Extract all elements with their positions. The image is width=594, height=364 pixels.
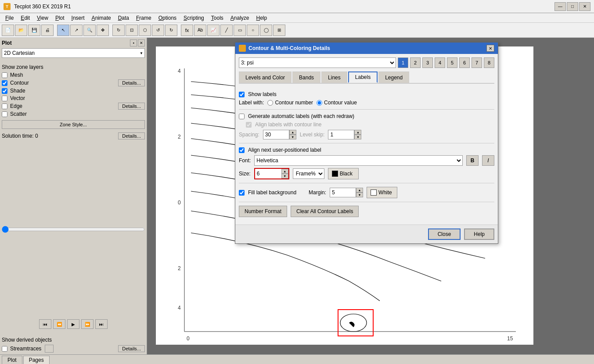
play-last-btn[interactable]: ⏭ bbox=[95, 319, 108, 329]
align-next-checkbox[interactable] bbox=[239, 147, 245, 153]
zone-style-btn[interactable]: Zone Style... bbox=[2, 120, 145, 129]
print-btn[interactable]: 🖨 bbox=[41, 25, 54, 36]
menu-scripting[interactable]: Scripting bbox=[180, 14, 208, 22]
mesh-checkbox[interactable] bbox=[2, 72, 7, 78]
tab-labels[interactable]: Labels bbox=[348, 71, 378, 83]
bold-btn[interactable]: B bbox=[466, 155, 479, 166]
menu-animate[interactable]: Animate bbox=[88, 14, 115, 22]
iso-btn[interactable]: ⬡ bbox=[139, 25, 151, 36]
new-btn[interactable]: 📄 bbox=[2, 25, 14, 36]
menu-insert[interactable]: Insert bbox=[68, 14, 88, 22]
clear-labels-btn[interactable]: Clear All Contour Labels bbox=[291, 206, 359, 217]
italic-btn[interactable]: I bbox=[482, 155, 494, 166]
tab-bands[interactable]: Bands bbox=[292, 71, 320, 83]
menu-data[interactable]: Data bbox=[115, 14, 133, 22]
contour-num-4-btn[interactable]: 4 bbox=[435, 57, 445, 68]
edge-checkbox[interactable] bbox=[2, 103, 7, 109]
chart-btn[interactable]: 📈 bbox=[207, 25, 220, 36]
redo-btn[interactable]: ↻ bbox=[165, 25, 177, 36]
line-btn[interactable]: ╱ bbox=[220, 25, 233, 36]
solution-slider[interactable] bbox=[2, 143, 145, 316]
circle-btn[interactable]: ◯ bbox=[260, 25, 272, 36]
panel-close-btn[interactable]: ✕ bbox=[138, 39, 145, 46]
play-next-btn[interactable]: ⏩ bbox=[81, 319, 94, 329]
menu-options[interactable]: Options bbox=[155, 14, 180, 22]
size-input[interactable] bbox=[255, 169, 281, 178]
panel-restore-btn[interactable]: ▪ bbox=[130, 39, 137, 46]
menu-frame[interactable]: Frame bbox=[133, 14, 155, 22]
vector-checkbox[interactable] bbox=[2, 96, 7, 101]
save-btn[interactable]: 💾 bbox=[28, 25, 40, 36]
play-prev-btn[interactable]: ⏪ bbox=[53, 319, 65, 329]
play-first-btn[interactable]: ⏮ bbox=[39, 319, 51, 329]
contour-num-1-btn[interactable]: 1 bbox=[398, 57, 408, 68]
solution-details-btn[interactable]: Details... bbox=[118, 132, 145, 139]
edge-details-btn[interactable]: Details... bbox=[118, 103, 145, 110]
font-select[interactable]: Helvetica Times Courier bbox=[254, 155, 463, 166]
margin-input[interactable] bbox=[330, 188, 356, 197]
level-skip-down-btn[interactable]: ▼ bbox=[354, 135, 361, 139]
margin-down-btn[interactable]: ▼ bbox=[356, 193, 363, 197]
unit-select[interactable]: Frame% Point Grid bbox=[293, 168, 324, 179]
dialog-close-btn[interactable]: ✕ bbox=[486, 45, 494, 52]
rect-btn[interactable]: ▭ bbox=[234, 25, 246, 36]
contour-details-btn[interactable]: Details... bbox=[118, 79, 145, 86]
tab-plot[interactable]: Plot bbox=[2, 356, 22, 364]
tab-lines[interactable]: Lines bbox=[321, 71, 347, 83]
align-labels-checkbox[interactable] bbox=[246, 122, 252, 128]
pan-btn[interactable]: ✥ bbox=[97, 25, 109, 36]
maximize-button[interactable]: □ bbox=[567, 2, 578, 11]
contour-num-7-btn[interactable]: 7 bbox=[472, 57, 482, 68]
fit-btn[interactable]: ⊡ bbox=[126, 25, 138, 36]
close-dialog-btn[interactable]: Close bbox=[428, 228, 461, 240]
spacing-down-btn[interactable]: ▼ bbox=[289, 135, 296, 139]
streamtraces-details-btn[interactable]: Details... bbox=[118, 345, 145, 352]
shade-checkbox[interactable] bbox=[2, 88, 7, 94]
contour-checkbox[interactable] bbox=[2, 80, 7, 86]
contour-variable-select[interactable]: 3: psi bbox=[239, 57, 396, 68]
contour-num-3-btn[interactable]: 3 bbox=[422, 57, 433, 68]
margin-up-btn[interactable]: ▲ bbox=[356, 188, 363, 193]
auto-labels-checkbox[interactable] bbox=[239, 114, 245, 119]
contour-number-radio[interactable] bbox=[267, 100, 273, 106]
tab-levels[interactable]: Levels and Color bbox=[239, 71, 292, 83]
help-dialog-btn[interactable]: Help bbox=[464, 228, 494, 240]
menu-plot[interactable]: Plot bbox=[52, 14, 68, 22]
menu-file[interactable]: File bbox=[2, 14, 17, 22]
contour-num-5-btn[interactable]: 5 bbox=[447, 57, 457, 68]
play-play-btn[interactable]: ▶ bbox=[67, 319, 79, 329]
size-up-btn[interactable]: ▲ bbox=[281, 169, 288, 174]
spacing-input[interactable] bbox=[263, 130, 289, 139]
scatter-checkbox[interactable] bbox=[2, 111, 7, 117]
tab-pages[interactable]: Pages bbox=[23, 356, 50, 364]
fill-bg-checkbox[interactable] bbox=[239, 190, 245, 196]
undo-btn[interactable]: ↺ bbox=[152, 25, 164, 36]
bg-color-btn[interactable]: White bbox=[367, 187, 397, 198]
menu-help[interactable]: Help bbox=[253, 14, 271, 22]
minimize-button[interactable]: — bbox=[554, 2, 566, 11]
streamtraces-checkbox[interactable] bbox=[2, 346, 7, 352]
menu-tools[interactable]: Tools bbox=[208, 14, 227, 22]
show-labels-checkbox[interactable] bbox=[239, 92, 245, 97]
number-format-btn[interactable]: Number Format bbox=[239, 206, 287, 217]
level-skip-up-btn[interactable]: ▲ bbox=[354, 130, 361, 135]
contour-num-6-btn[interactable]: 6 bbox=[459, 57, 470, 68]
level-skip-input[interactable] bbox=[328, 130, 354, 139]
menu-view[interactable]: View bbox=[33, 14, 52, 22]
contour-num-2-btn[interactable]: 2 bbox=[410, 57, 421, 68]
tab-legend[interactable]: Legend bbox=[378, 71, 409, 83]
select-btn[interactable]: ↖ bbox=[57, 25, 69, 36]
ellipse-btn[interactable]: ○ bbox=[247, 25, 259, 36]
spacing-up-btn[interactable]: ▲ bbox=[289, 130, 296, 135]
contour-value-radio[interactable] bbox=[317, 100, 322, 106]
menu-analyze[interactable]: Analyze bbox=[227, 14, 253, 22]
zoom-btn[interactable]: 🔍 bbox=[83, 25, 96, 36]
rotate-btn[interactable]: ↻ bbox=[112, 25, 125, 36]
probe-btn[interactable]: ↗ bbox=[70, 25, 83, 36]
close-button[interactable]: ✕ bbox=[579, 2, 590, 11]
open-btn[interactable]: 📂 bbox=[15, 25, 27, 36]
plot-type-select[interactable]: 2D Cartesian bbox=[2, 48, 145, 58]
contour-num-8-btn[interactable]: 8 bbox=[484, 57, 494, 68]
size-down-btn[interactable]: ▼ bbox=[281, 174, 288, 178]
menu-edit[interactable]: Edit bbox=[17, 14, 33, 22]
